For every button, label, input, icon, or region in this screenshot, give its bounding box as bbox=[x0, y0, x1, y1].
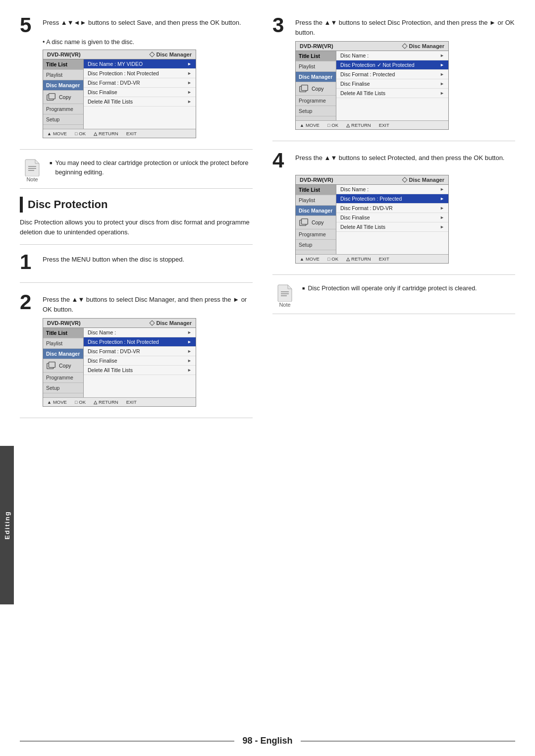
dvd-body-2: Title List Playlist Disc Manager Copy Pr bbox=[43, 328, 196, 397]
copy-icon-4 bbox=[299, 218, 310, 227]
step-4-section: 4 Press the ▲▼ buttons to select Protect… bbox=[272, 150, 515, 275]
note-2-label: Note bbox=[279, 302, 290, 308]
dvd-nav-4: Title List Playlist Disc Manager Copy Pr bbox=[296, 185, 336, 254]
nav-programme-5: Programme bbox=[43, 104, 83, 114]
step-3-number: 3 bbox=[272, 15, 290, 36]
nav-playlist-5: Playlist bbox=[43, 70, 83, 80]
step-4-text: Press the ▲▼ buttons to select Protected… bbox=[295, 150, 504, 163]
dvd-footer-ok-3: □ OK bbox=[327, 122, 338, 128]
step-2-text: Press the ▲▼ buttons to select Disc Mana… bbox=[43, 292, 253, 314]
note-2-icon bbox=[276, 284, 294, 302]
note-1-icon-area: Note bbox=[20, 159, 45, 182]
dvd-header-right-2: Disc Manager bbox=[150, 320, 192, 326]
dvd-footer-move-5: ▲ MOVE bbox=[47, 131, 67, 136]
nav-programme-2: Programme bbox=[43, 373, 83, 383]
dvd-footer-return-3: △ RETURN bbox=[346, 122, 371, 128]
step-1-text: Press the MENU button when the disc is s… bbox=[43, 252, 184, 265]
footer-number: 98 - English bbox=[234, 736, 300, 746]
diamond-icon-5 bbox=[150, 52, 155, 57]
step-3-header: 3 Press the ▲▼ buttons to select Disc Pr… bbox=[272, 15, 515, 37]
step-2-section: 2 Press the ▲▼ buttons to select Disc Ma… bbox=[20, 292, 253, 418]
dvd-footer-return-5: △ RETURN bbox=[94, 131, 118, 136]
dvd-header-left-3: DVD-RW(VR) bbox=[300, 43, 333, 49]
step-3-text: Press the ▲▼ buttons to select Disc Prot… bbox=[295, 15, 515, 37]
copy-icon-3 bbox=[299, 84, 310, 93]
title-bar-icon bbox=[20, 197, 23, 213]
dvd-header-right-5: Disc Manager bbox=[150, 52, 192, 57]
dvd-menu-item-2-3: Disc Finalise ► bbox=[84, 356, 196, 366]
nav-playlist-4: Playlist bbox=[296, 195, 336, 206]
step-1-header: 1 Press the MENU button when the disc is… bbox=[20, 252, 253, 272]
note-2-text: Disc Protection will operate only if car… bbox=[308, 284, 477, 293]
dvd-menu-item-5-3: Disc Finalise ► bbox=[84, 88, 196, 97]
nav-copy-5: Copy bbox=[43, 91, 83, 104]
main-layout: 5 Press ▲▼◄► buttons to select Save, and… bbox=[20, 15, 515, 427]
dvd-header-left-2: DVD-RW(VR) bbox=[47, 320, 81, 326]
nav-title-list-3: Title List bbox=[296, 51, 336, 61]
dvd-menu-item-2-1: Disc Protection : Not Protected ► bbox=[84, 337, 196, 347]
dvd-header-5: DVD-RW(VR) Disc Manager bbox=[43, 50, 196, 59]
dvd-footer-move-3: ▲ MOVE bbox=[300, 122, 320, 128]
nav-copy-3: Copy bbox=[296, 82, 336, 96]
dvd-menu-item-2-4: Delete All Title Lists ► bbox=[84, 366, 196, 375]
dvd-menu-item-5-4: Delete All Title Lists ► bbox=[84, 97, 196, 107]
dvd-ui-step5: DVD-RW(VR) Disc Manager Title List Playl… bbox=[43, 50, 196, 138]
dvd-menu-item-3-3: Disc Finalise ► bbox=[336, 79, 448, 89]
dvd-footer-ok-2: □ OK bbox=[75, 399, 86, 405]
nav-title-list-5: Title List bbox=[43, 59, 83, 70]
dvd-menu-3: Disc Name : ► Disc Protection ✓ Not Prot… bbox=[336, 51, 448, 120]
dvd-menu-item-2-2: Disc Format : DVD-VR ► bbox=[84, 347, 196, 356]
step-5-sub: • A disc name is given to the disc. bbox=[43, 39, 253, 46]
dvd-menu-item-3-1: Disc Protection ✓ Not Protected ► bbox=[336, 60, 448, 70]
dvd-footer-2: ▲ MOVE □ OK △ RETURN EXIT bbox=[43, 397, 196, 406]
dvd-ui-step4: DVD-RW(VR) Disc Manager Title List Playl… bbox=[295, 175, 449, 264]
nav-disc-manager-4: Disc Manager bbox=[296, 206, 336, 216]
step-2-header: 2 Press the ▲▼ buttons to select Disc Ma… bbox=[20, 292, 253, 314]
svg-rect-1 bbox=[49, 94, 55, 99]
dvd-menu-item-4-0: Disc Name : ► bbox=[336, 185, 448, 194]
dvd-nav-3: Title List Playlist Disc Manager Copy Pr bbox=[296, 51, 336, 120]
nav-programme-4: Programme bbox=[296, 229, 336, 240]
nav-copy-4: Copy bbox=[296, 216, 336, 229]
dvd-menu-item-3-2: Disc Format : Protected ► bbox=[336, 70, 448, 79]
step-4-header: 4 Press the ▲▼ buttons to select Protect… bbox=[272, 150, 515, 171]
dvd-nav-2: Title List Playlist Disc Manager Copy Pr bbox=[43, 328, 84, 397]
nav-programme-3: Programme bbox=[296, 96, 336, 106]
note-1-icon bbox=[23, 159, 41, 176]
nav-playlist-3: Playlist bbox=[296, 61, 336, 72]
section-title-text: Disc Protection bbox=[28, 198, 107, 211]
dvd-header-4: DVD-RW(VR) Disc Manager bbox=[296, 175, 448, 185]
dvd-menu-item-5-2: Disc Format : DVD-VR ► bbox=[84, 78, 196, 88]
step-5-number: 5 bbox=[20, 15, 38, 36]
dvd-footer-exit-5: EXIT bbox=[126, 131, 137, 136]
dvd-menu-item-3-4: Delete All Title Lists ► bbox=[336, 89, 448, 98]
svg-rect-10 bbox=[302, 219, 308, 224]
nav-disc-manager-3: Disc Manager bbox=[296, 72, 336, 82]
step-5-section: 5 Press ▲▼◄► buttons to select Save, and… bbox=[20, 15, 253, 150]
dvd-menu-item-4-4: Delete All Title Lists ► bbox=[336, 222, 448, 232]
step-1-section: 1 Press the MENU button when the disc is… bbox=[20, 252, 253, 283]
editing-sidebar: Editing bbox=[0, 446, 14, 604]
dvd-menu-2: Disc Name : ► Disc Protection : Not Prot… bbox=[84, 328, 196, 397]
dvd-menu-5: Disc Name : MY VIDEO ► Disc Protection :… bbox=[84, 59, 196, 129]
nav-setup-2: Setup bbox=[43, 383, 83, 393]
left-column: 5 Press ▲▼◄► buttons to select Save, and… bbox=[20, 15, 268, 427]
dvd-menu-item-4-3: Disc Finalise ► bbox=[336, 213, 448, 222]
nav-playlist-2: Playlist bbox=[43, 338, 83, 349]
dvd-footer-5: ▲ MOVE □ OK △ RETURN EXIT bbox=[43, 129, 196, 138]
footer-line-left bbox=[20, 741, 234, 742]
section-description: Disc Protection allows you to protect yo… bbox=[20, 217, 253, 245]
diamond-icon-4 bbox=[402, 177, 408, 182]
nav-setup-5: Setup bbox=[43, 114, 83, 125]
nav-title-list-2: Title List bbox=[43, 328, 83, 338]
dvd-header-right-4: Disc Manager bbox=[403, 177, 444, 183]
dvd-header-2: DVD-RW(VR) Disc Manager bbox=[43, 319, 196, 328]
step-1-number: 1 bbox=[20, 252, 38, 272]
dvd-footer-move-4: ▲ MOVE bbox=[300, 256, 320, 262]
note-1-content: You may need to clear cartridge protecti… bbox=[50, 159, 253, 177]
dvd-footer-return-2: △ RETURN bbox=[94, 399, 118, 405]
dvd-ui-step2: DVD-RW(VR) Disc Manager Title List Playl… bbox=[43, 318, 196, 407]
dvd-footer-exit-3: EXIT bbox=[379, 122, 389, 128]
dvd-header-left-5: DVD-RW(VR) bbox=[47, 52, 81, 57]
svg-rect-8 bbox=[302, 85, 308, 91]
